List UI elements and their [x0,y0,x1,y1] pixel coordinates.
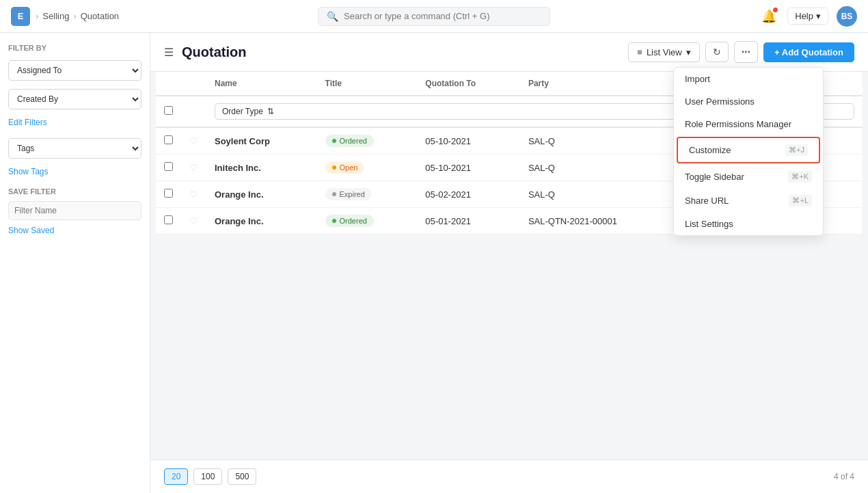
save-filter-title: Save Filter [8,187,141,196]
row-heart-3[interactable]: ♡ [181,208,206,235]
page-size-100[interactable]: 100 [193,468,222,485]
row-status-0: Ordered [317,127,418,155]
tags-section: Tags Show Tags [8,138,141,176]
row-name-2[interactable]: Orange Inc. [206,181,317,208]
row-checkbox-1[interactable] [164,162,173,171]
created-by-select[interactable]: Created By [8,89,141,109]
list-view-button[interactable]: ≡ List View ▾ [628,42,699,62]
select-all-checkbox[interactable] [164,106,173,115]
assigned-to-filter: Assigned To [8,60,141,81]
row-checkbox-3[interactable] [164,215,173,224]
page-title: Quotation [182,44,246,60]
main-content: ☰ Quotation Menu ≡ List View ▾ ↻ ··· + A… [150,33,868,493]
list-view-label: List View [647,47,682,57]
row-name-1[interactable]: Initech Inc. [206,155,317,181]
assigned-to-select[interactable]: Assigned To [8,60,141,81]
tags-filter: Tags [8,138,141,159]
breadcrumb-sep1: › [36,11,38,21]
page-header: ☰ Quotation Menu ≡ List View ▾ ↻ ··· + A… [150,33,868,72]
header-heart-col [181,72,206,96]
help-label: Help [795,11,813,21]
row-checkbox-col-3 [156,208,181,235]
created-by-filter: Created By [8,89,141,109]
breadcrumb-sep2: › [73,11,76,21]
customize-label: Customize [689,145,731,155]
hamburger-icon[interactable]: ☰ [164,46,174,59]
filter-by-title: Filter By [8,44,141,52]
row-date-1: 05-10-2021 [417,155,520,181]
tags-select[interactable]: Tags [8,138,141,159]
breadcrumb-quotation[interactable]: Quotation [81,11,119,21]
top-nav: E › Selling › Quotation 🔍 Search or type… [0,0,868,33]
share-url-shortcut: ⌘+L [789,195,812,206]
filter-sidebar: Filter By Assigned To Created By Edit Fi… [0,33,150,493]
row-quotation-no-3[interactable]: SAL-QTN-2021-00001 [520,208,682,235]
row-checkbox-0[interactable] [164,135,173,144]
row-date-2: 05-02-2021 [417,181,520,208]
avatar[interactable]: BS [837,6,857,27]
page-size-500[interactable]: 500 [228,468,256,485]
search-icon: 🔍 [327,11,338,22]
menu-item-customize[interactable]: Customize ⌘+J [677,137,820,163]
row-quotation-no-2[interactable]: SAL-Q [520,181,682,208]
import-label: Import [685,74,710,84]
order-type-label: Order Type [222,107,263,116]
header-party[interactable]: Party [520,72,682,96]
row-heart-1[interactable]: ♡ [181,155,206,181]
menu-item-toggle-sidebar[interactable]: Toggle Sidebar ⌘+K [674,165,823,189]
share-url-label: Share URL [685,196,729,206]
toggle-sidebar-label: Toggle Sidebar [685,172,744,182]
row-status-2: Expired [317,181,418,208]
user-permissions-label: User Permissions [685,96,755,107]
nav-left: E › Selling › Quotation [11,7,223,26]
page-header-right: Menu ≡ List View ▾ ↻ ··· + Add Quotation… [628,41,854,63]
page-header-left: ☰ Quotation [164,44,246,60]
menu-item-user-permissions[interactable]: User Permissions [674,90,823,113]
show-saved-link[interactable]: Show Saved [8,226,141,235]
row-checkbox-col-2 [156,181,181,208]
nav-center: 🔍 Search or type a command (Ctrl + G) [223,7,646,26]
header-quotation-to[interactable]: Quotation To [417,72,520,96]
menu-item-role-permissions[interactable]: Role Permissions Manager [674,113,823,135]
row-heart-0[interactable]: ♡ [181,127,206,155]
row-heart-2[interactable]: ♡ [181,181,206,208]
filter-name-input[interactable] [8,201,141,220]
header-name[interactable]: Name [206,72,317,96]
list-view-chevron: ▾ [686,47,691,57]
search-placeholder: Search or type a command (Ctrl + G) [344,11,490,21]
row-name-3[interactable]: Orange Inc. [206,208,317,235]
menu-item-share-url[interactable]: Share URL ⌘+L [674,189,823,213]
help-button[interactable]: Help ▾ [787,8,828,25]
more-options-button[interactable]: ··· [734,41,758,63]
notification-button[interactable]: 🔔 [759,6,779,27]
row-quotation-no-1[interactable]: SAL-Q [520,155,682,181]
search-bar[interactable]: 🔍 Search or type a command (Ctrl + G) [318,7,550,26]
role-permissions-label: Role Permissions Manager [685,119,791,129]
nav-right: 🔔 Help ▾ BS [646,6,858,27]
menu-item-import[interactable]: Import [674,68,823,90]
dropdown-menu: Import User Permissions Role Permissions… [673,67,824,236]
edit-filters-link[interactable]: Edit Filters [8,118,141,127]
row-name-0[interactable]: Soylent Corp [206,127,317,155]
page-size-20[interactable]: 20 [164,468,188,485]
header-title[interactable]: Title [317,72,418,96]
add-quotation-button[interactable]: + Add Quotation [763,42,854,62]
filter-heart-col [181,96,206,127]
refresh-button[interactable]: ↻ [705,42,729,62]
list-view-icon: ≡ [637,47,642,57]
order-type-sort-icon: ⇅ [267,107,274,116]
row-quotation-no-0[interactable]: SAL-Q [520,127,682,155]
row-count: 4 of 4 [834,472,854,481]
menu-item-list-settings[interactable]: List Settings [674,213,823,235]
row-status-3: Ordered [317,208,418,235]
row-date-3: 05-01-2021 [417,208,520,235]
customize-shortcut: ⌘+J [785,144,808,156]
show-tags-link[interactable]: Show Tags [8,167,141,176]
breadcrumb-selling[interactable]: Selling [42,11,69,21]
row-checkbox-2[interactable] [164,189,173,198]
filter-checkbox-col [156,96,181,127]
list-settings-label: List Settings [685,219,733,229]
row-checkbox-col-0 [156,127,181,155]
toggle-sidebar-shortcut: ⌘+K [788,171,812,183]
app-icon[interactable]: E [11,7,30,26]
